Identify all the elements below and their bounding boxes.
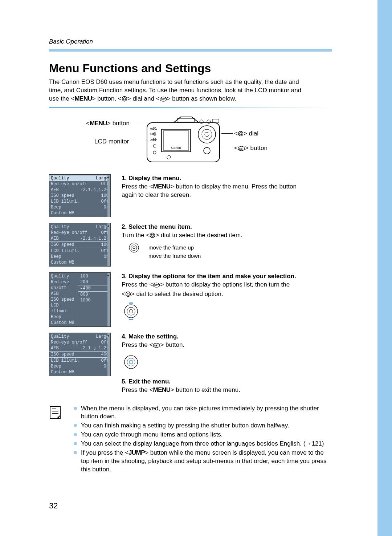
step4-heading: 4. Make the setting. xyxy=(122,333,332,341)
set-icon: SET xyxy=(153,282,160,290)
intro-line2: time, and Custom Function settings. To u… xyxy=(49,87,301,94)
svg-point-33 xyxy=(150,233,155,237)
svg-point-45 xyxy=(127,293,129,295)
intro-line3a: use the < xyxy=(49,95,74,102)
set-icon: SET xyxy=(238,146,245,153)
svg-text:MENU: MENU xyxy=(150,127,158,130)
note-icon xyxy=(49,405,64,421)
svg-point-53 xyxy=(129,360,133,364)
svg-point-29 xyxy=(238,131,243,136)
diagram-dial-label: <> dial xyxy=(234,130,258,138)
lcd-screenshot-2: QualityLarge Red-eye on/offOff AEB-2.1.▯… xyxy=(49,223,111,267)
svg-point-46 xyxy=(124,305,138,318)
diagram-set-label: <SET> button xyxy=(234,145,268,153)
step-4: QualityLarge Red-eye on/offOff AEB-2.1.▯… xyxy=(49,333,332,394)
svg-point-0 xyxy=(122,96,127,101)
dial-icon xyxy=(238,131,244,138)
tip-3: You can cycle through menu items and opt… xyxy=(74,431,332,439)
set-icon: SET xyxy=(153,342,160,350)
svg-point-30 xyxy=(240,133,242,135)
svg-point-34 xyxy=(151,234,154,236)
step-3: Quality Red-eye on/off AEB ISO speed LCD… xyxy=(49,272,332,327)
dial-icon xyxy=(150,232,155,241)
intro-line1: The Canon EOS D60 uses menu functions to… xyxy=(49,78,299,85)
step-1: QualityLarge Red-eye on/offOff AEB-2.1.▯… xyxy=(49,174,332,217)
section-label: Basic Operation xyxy=(49,38,332,45)
tips-block: When the menu is displayed, you can take… xyxy=(49,405,332,475)
quick-dial-illustration xyxy=(122,353,332,374)
step1-heading: 1. Display the menu. xyxy=(122,174,332,183)
intro-line3d: > button as shown below. xyxy=(167,95,236,102)
svg-text:Canon: Canon xyxy=(171,146,181,150)
tip-2: You can finish making a setting by press… xyxy=(74,422,332,430)
svg-text:INFO: INFO xyxy=(150,133,156,135)
step3-heading: 3. Display the options for the item and … xyxy=(122,272,332,281)
camera-diagram: <MENU> button LCD monitor Canon MENU INF… xyxy=(89,116,332,167)
svg-point-36 xyxy=(131,245,137,251)
dial-direction-down: move the frame down xyxy=(125,252,332,260)
quick-dial-icon xyxy=(125,242,143,253)
svg-text:SET: SET xyxy=(161,98,166,100)
svg-text:SET: SET xyxy=(154,284,159,286)
menu-word: MENU xyxy=(74,95,92,102)
svg-point-52 xyxy=(127,358,135,366)
step5-heading: 5. Exit the menu. xyxy=(122,378,332,386)
set-icon: SET xyxy=(160,96,167,104)
tip-1: When the menu is displayed, you can take… xyxy=(74,405,332,421)
svg-point-1 xyxy=(123,98,126,100)
svg-point-47 xyxy=(127,307,135,315)
horizontal-rule xyxy=(49,49,332,52)
gradient-rule xyxy=(49,107,332,108)
step2-heading: 2. Select the menu item. xyxy=(122,223,332,231)
step-2: QualityLarge Red-eye on/offOff AEB-2.1.▯… xyxy=(49,223,332,267)
dial-icon xyxy=(125,291,131,300)
svg-text:SET: SET xyxy=(154,344,159,346)
svg-rect-28 xyxy=(212,119,219,123)
lcd-screenshot-1: QualityLarge Red-eye on/offOff AEB-2.1.▯… xyxy=(49,174,111,217)
svg-point-51 xyxy=(124,356,138,369)
diagram-lcd-label: LCD monitor xyxy=(94,138,129,145)
svg-point-44 xyxy=(126,292,130,296)
page-title: Menu Functions and Settings xyxy=(49,62,332,75)
page-number: 32 xyxy=(49,501,58,511)
diagram-menu-label: <MENU> button xyxy=(86,120,130,127)
tip-5: If you press the <JUMP> button while the… xyxy=(74,449,332,474)
camera-illustration: Canon MENU INFO JUMP xyxy=(145,116,223,165)
intro-line3b: > button, < xyxy=(92,95,121,102)
quick-dial-illustration xyxy=(122,302,332,323)
svg-point-37 xyxy=(133,247,135,249)
svg-text:JUMP: JUMP xyxy=(150,138,157,141)
lcd-screenshot-4: QualityLarge Red-eye on/offOff AEB-2.1.▯… xyxy=(49,333,111,376)
dial-icon xyxy=(122,96,127,104)
dial-direction-up: move the frame up xyxy=(125,242,332,253)
tip-4: You can select the display language from… xyxy=(74,440,332,448)
lcd-screenshot-3: Quality Red-eye on/off AEB ISO speed LCD… xyxy=(49,272,111,327)
page-accent-bar xyxy=(377,0,392,536)
svg-text:SET: SET xyxy=(239,147,244,150)
svg-point-48 xyxy=(129,309,133,313)
svg-point-35 xyxy=(129,243,139,252)
intro-paragraph: The Canon EOS D60 uses menu functions to… xyxy=(49,78,332,104)
intro-line3c: > dial and < xyxy=(127,95,160,102)
